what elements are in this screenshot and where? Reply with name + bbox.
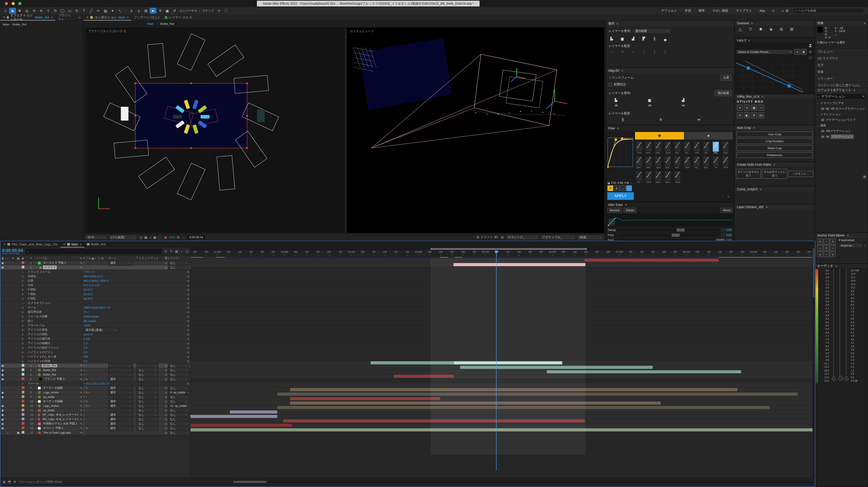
property-row[interactable]: ό絞り68.3 pixel◎ xyxy=(0,319,190,323)
property-row[interactable]: όフォーカス距離2265.0 pixel◎ xyxy=(0,315,190,319)
anchor-direction-button[interactable]: ↑ xyxy=(824,239,829,245)
layer-row[interactable]: ♪▣17›This Is Funk Logo.wav✦ ╱◎ なし⌄ xyxy=(0,430,190,435)
flow-tab-learn[interactable]: 🎓 xyxy=(635,132,684,139)
parent-dropdown[interactable]: なし⌄ xyxy=(168,385,189,391)
show-snapshot-icon[interactable]: ○ xyxy=(182,235,185,239)
flow-preset[interactable]: quad xyxy=(665,142,672,154)
property-row[interactable]: όアイリスの形状長方形 (高速)⌄◎ xyxy=(0,328,190,332)
collapsed-panel-tab[interactable]: プレビュー xyxy=(815,48,868,55)
snap-checkbox[interactable]: ✓ xyxy=(198,9,201,12)
collapsed-panel-tab[interactable]: CC ライブラリ xyxy=(815,55,868,62)
anchor-direction-button[interactable]: ↓ xyxy=(824,251,829,257)
lazy-gear-icon[interactable]: ⚙ xyxy=(809,50,812,54)
align3d-distribute-button[interactable]: ╫ xyxy=(619,117,626,122)
utility-icon-button[interactable]: ⌐ xyxy=(758,105,764,110)
blend-mode-dropdown[interactable]: 通常⌄ xyxy=(108,390,133,395)
channel-icon[interactable]: ◉ xyxy=(163,235,168,239)
flow-preset[interactable]: ease... xyxy=(646,142,652,154)
anchor-direction-button[interactable]: ⊹ xyxy=(824,245,829,251)
timeline-vscrollbar[interactable] xyxy=(813,248,815,478)
tool-icon[interactable]: ✛ xyxy=(38,8,44,13)
zoom-level-dropdown[interactable]: 25 %⌄ xyxy=(86,235,107,239)
axis-tool-icon[interactable]: ⅄ xyxy=(128,8,135,13)
playhead[interactable] xyxy=(496,251,497,470)
timeline-comp-tab[interactable]: ✕Main≡ xyxy=(60,241,84,248)
flow-preset[interactable]: cubic xyxy=(693,142,700,154)
create-nulls-button[interactable]: ポイントはヌルに従う xyxy=(736,169,761,178)
effects-item[interactable]: 3264VR カラーグラデーション xyxy=(815,106,868,111)
effects-search-box[interactable]: ⌕ グラデーション ✕ xyxy=(816,94,866,99)
overlord-icon[interactable]: ▽ xyxy=(747,27,754,32)
flow-both-button[interactable]: ↔ xyxy=(626,185,632,191)
viewer-timecode[interactable]: 0:00:05:04 xyxy=(187,235,206,239)
workspace-tab-active[interactable]: Aka xyxy=(760,9,765,12)
align3d-button[interactable]: ▙⋊ xyxy=(613,97,619,108)
workspace-tab[interactable]: デフォルト xyxy=(661,9,677,13)
panel-menu-icon[interactable]: ≡ xyxy=(617,22,619,26)
property-row[interactable]: όアイリスの回折フリンジ0.0◎ xyxy=(0,346,190,350)
layer-row[interactable]: ◉2⌄✇カメラ 1✦◎ なし⌄ xyxy=(0,265,190,270)
more-tabs-icon[interactable]: » xyxy=(76,14,83,21)
property-row[interactable]: ό位置960.0,540.0,-1500.0◎ xyxy=(0,279,190,283)
range-checkbox[interactable] xyxy=(609,83,612,86)
timeline-status-icon[interactable]: ◉ xyxy=(3,480,6,484)
viewer-option-icon[interactable]: ⬚ xyxy=(157,235,162,239)
effects-corner-icon[interactable]: ⬔ xyxy=(863,175,866,179)
align3d-select-button[interactable]: 選択範囲 xyxy=(715,90,732,96)
view-layout-dropdown[interactable]: 2画面⌄ xyxy=(577,235,603,240)
timeline-hscrollbar[interactable] xyxy=(232,481,813,483)
flow-key-button[interactable]: ⚿ xyxy=(607,185,613,191)
flow-preset[interactable]: quart xyxy=(722,142,729,154)
align3d-position-button[interactable]: 位置 xyxy=(721,75,732,80)
tool-icon[interactable]: ⌂ xyxy=(2,8,9,13)
trackmatte-dropdown[interactable]: なし⌄ xyxy=(136,426,158,431)
tab-footage[interactable]: フッテージ (なし) xyxy=(131,14,162,21)
universal-label[interactable]: ユニバーサル xyxy=(179,9,197,13)
tool-icon[interactable]: ⟲ xyxy=(31,8,37,13)
anchor-keyframe-dropdown[interactable]: Insert ke...⌄ xyxy=(839,243,863,248)
tool-icon[interactable]: ▨ xyxy=(102,8,109,13)
utility-icon-button[interactable]: Ex xyxy=(758,112,764,118)
timeline-search[interactable]: ⌕ xyxy=(25,249,162,254)
tool-icon[interactable]: ↻ xyxy=(52,8,59,13)
property-row[interactable]: όアイリスの真円率0.0%◎ xyxy=(0,337,190,341)
snap-extra-icon[interactable]: ⌖ xyxy=(216,8,222,13)
overlord-icon[interactable]: ◈ xyxy=(768,27,774,32)
flow-preset[interactable]: back xyxy=(646,171,652,183)
timeline-option-icon[interactable]: ▦ xyxy=(175,250,178,254)
parent-dropdown[interactable]: なし⌄ xyxy=(168,399,189,404)
lazy-trash-icon[interactable]: 🗑 xyxy=(801,49,807,55)
flow-fav-star-icon[interactable]: ☆ xyxy=(630,181,632,185)
help-search[interactable]: ⌕ ヘルプを検索 xyxy=(793,8,864,13)
audio-knob-left[interactable] xyxy=(832,377,836,381)
flow-preset[interactable]: back... xyxy=(665,171,672,183)
flow-zoom-in-button[interactable]: + xyxy=(727,194,729,198)
flow-curve-editor[interactable] xyxy=(607,132,634,181)
parent-dropdown[interactable]: なし⌄ xyxy=(168,430,189,435)
collapsed-panel-tab[interactable]: 段落 xyxy=(815,69,868,75)
axis-tool-icon[interactable]: ↺ xyxy=(171,8,178,13)
align-target-dropdown[interactable]: 選択範囲⌄ xyxy=(633,28,671,34)
anchor-direction-button[interactable]: ↙ xyxy=(817,251,823,257)
blend-mode-dropdown[interactable]: 通常⌄ xyxy=(108,377,133,382)
axis-tool-icon[interactable]: ▣ xyxy=(164,8,170,13)
flow-preset[interactable]: circ... xyxy=(636,171,643,183)
align3d-button[interactable]: ▟⋊ xyxy=(680,97,686,108)
effects-item[interactable]: 3264グラデーション xyxy=(815,134,868,139)
trackmatte-dropdown[interactable]: なし⌄ xyxy=(136,377,158,382)
timeline-status-icon[interactable]: ❖ xyxy=(13,480,16,484)
afterease-slider[interactable]: Start1.00 xyxy=(606,237,734,241)
auto-crop-button[interactable]: Mask Crop xyxy=(737,145,813,151)
align-icon[interactable]: ▛ xyxy=(641,36,647,41)
draft3d-toggle[interactable]: 🛆 ドラフト 3D xyxy=(475,235,499,239)
work-area-strip[interactable] xyxy=(190,248,813,251)
auto-crop-button[interactable]: Crop Duration xyxy=(737,138,813,144)
flow-preset[interactable]: circ xyxy=(713,157,719,169)
effects-group[interactable]: ⌄描画 xyxy=(815,123,868,128)
effects-group[interactable]: ⌄イマーシブビデオ xyxy=(815,100,868,106)
viewer-option-icon[interactable]: ▱ xyxy=(148,235,152,239)
renderer-dropdown[interactable]: クラシック_⌄ xyxy=(506,235,539,240)
property-row[interactable]: ό方向0.0°,0.0°,0.0°◎ xyxy=(0,283,190,288)
audio-knob-right[interactable] xyxy=(844,377,848,381)
axis-tool-icon[interactable]: ⊠ xyxy=(143,8,149,13)
